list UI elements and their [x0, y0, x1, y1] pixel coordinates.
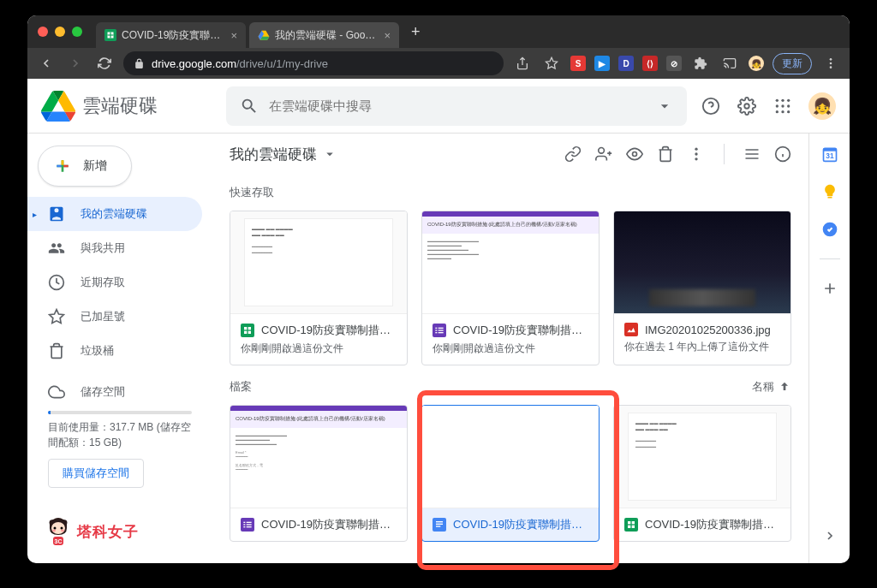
svg-rect-40 [435, 328, 437, 329]
profile-avatar[interactable]: 👧 [749, 56, 764, 71]
sidebar-item-recent[interactable]: 近期存取 [27, 265, 202, 300]
more-icon[interactable] [688, 146, 705, 163]
back-button[interactable] [36, 53, 57, 74]
new-tab-button[interactable]: + [403, 23, 429, 41]
svg-rect-38 [247, 327, 248, 334]
share-icon[interactable] [595, 146, 612, 163]
svg-marker-7 [546, 57, 557, 68]
cast-icon[interactable] [719, 53, 740, 74]
sidebar-item-storage[interactable]: 儲存空間 [48, 378, 192, 406]
forward-button[interactable] [65, 53, 86, 74]
svg-point-11 [830, 66, 832, 68]
svg-rect-53 [247, 526, 252, 527]
apps-icon[interactable] [773, 96, 793, 116]
sidebar-item-mydrive[interactable]: ▸ 我的雲端硬碟 [27, 197, 202, 231]
help-icon[interactable] [701, 96, 721, 116]
sidebar-item-shared[interactable]: 與我共用 [27, 231, 202, 265]
lock-icon [134, 58, 145, 69]
svg-point-71 [61, 530, 64, 532]
watermark: 3C 塔科女子 [45, 516, 139, 547]
svg-text:31: 31 [826, 151, 834, 160]
sidebar-item-trash[interactable]: 垃圾桶 [27, 334, 202, 368]
sheets-icon [624, 518, 638, 532]
breadcrumb[interactable]: 我的雲端硬碟 [230, 145, 337, 164]
maximize-window-button[interactable] [72, 27, 82, 37]
minimize-window-button[interactable] [55, 27, 65, 37]
settings-icon[interactable] [737, 96, 757, 116]
svg-marker-24 [50, 310, 64, 324]
file-card[interactable]: ▬▬▬ ▬▬ ▬▬▬▬▬▬ ▬▬▬ ▬▬━━━━━━━━━━━━━━━━ COV… [613, 405, 791, 542]
mydrive-icon [48, 205, 65, 223]
quick-card[interactable]: ▬▬▬ ▬▬ ▬▬▬▬▬▬ ▬▬▬ ▬▬━━━━━━━━━━━━━━━━ COV… [230, 211, 408, 365]
window-controls [38, 27, 82, 37]
files-row: COVID-19防疫實聯制措施 (此處請填上自己的機構/活動/店家名稱)▬▬▬▬… [230, 405, 791, 542]
quick-card[interactable]: COVID-19防疫實聯制措施 (此處請填上自己的機構/活動/店家名稱)▬▬▬▬… [421, 211, 600, 365]
storage-section: 儲存空間 目前使用量：317.7 MB (儲存空間配額：15 GB) 購買儲存空… [27, 368, 212, 498]
card-subtitle: 你在過去 1 年內上傳了這份文件 [624, 340, 780, 354]
info-icon[interactable] [774, 146, 791, 163]
new-button[interactable]: 新增 [38, 146, 132, 187]
main-content: 我的雲端硬碟 快速存取 [212, 134, 808, 563]
image-icon [624, 323, 638, 336]
new-button-label: 新增 [83, 158, 107, 174]
card-subtitle: 你剛剛開啟過這份文件 [241, 342, 397, 356]
drive-logo-area[interactable]: 雲端硬碟 [41, 89, 212, 123]
card-title: COVID-19防疫實聯制措施 - 副本 [261, 517, 397, 532]
nav-label: 近期存取 [81, 275, 125, 290]
extension-icon[interactable]: ⊘ [666, 56, 682, 71]
search-options-icon[interactable] [656, 98, 673, 115]
delete-icon[interactable] [657, 146, 674, 163]
svg-rect-55 [436, 521, 443, 522]
watermark-text: 塔科女子 [77, 522, 139, 542]
svg-rect-61 [630, 521, 631, 528]
calendar-icon[interactable]: 31 [821, 146, 838, 163]
reload-button[interactable] [94, 53, 115, 74]
browser-toolbar: drive.google.com/drive/u/1/my-drive S ▶ … [27, 48, 850, 79]
search-input[interactable] [269, 98, 646, 113]
sidebar-item-starred[interactable]: 已加星號 [27, 300, 202, 334]
keep-icon[interactable] [821, 183, 838, 200]
share-icon[interactable] [512, 53, 533, 74]
sort-button[interactable]: 名稱 [752, 379, 791, 395]
nav-label: 垃圾桶 [81, 343, 114, 359]
buy-storage-button[interactable]: 購買儲存空間 [48, 459, 144, 488]
svg-rect-41 [438, 328, 444, 329]
extensions-icon[interactable] [690, 53, 711, 74]
tab-title: 我的雲端硬碟 - Google 雲端硬 [275, 28, 375, 43]
svg-point-22 [787, 110, 790, 113]
browser-tab-1[interactable]: COVID-19防疫實聯制措施 (回應 × [96, 22, 246, 48]
tasks-icon[interactable] [821, 221, 838, 238]
card-title: COVID-19防疫實聯制措施 (回應... [645, 517, 780, 532]
menu-icon[interactable] [820, 53, 841, 74]
search-bar[interactable] [226, 86, 687, 126]
svg-text:3C: 3C [55, 538, 63, 544]
address-bar[interactable]: drive.google.com/drive/u/1/my-drive [123, 51, 504, 75]
star-icon[interactable] [541, 53, 562, 74]
list-view-icon[interactable] [743, 146, 761, 163]
close-tab-icon[interactable]: × [230, 29, 237, 42]
search-icon [240, 97, 259, 116]
svg-point-70 [52, 530, 56, 532]
quick-card[interactable]: IMG20201025200336.jpg 你在過去 1 年內上傳了這份文件 [613, 211, 791, 365]
close-window-button[interactable] [38, 27, 48, 37]
close-tab-icon[interactable]: × [384, 29, 391, 42]
extension-icon[interactable]: S [570, 56, 586, 71]
card-subtitle: 你剛剛開啟過這份文件 [433, 342, 588, 356]
link-icon[interactable] [564, 146, 582, 163]
chevron-down-icon [322, 146, 337, 162]
extension-icon[interactable]: D [618, 56, 634, 71]
preview-icon[interactable] [626, 146, 643, 163]
update-button[interactable]: 更新 [773, 53, 812, 74]
collapse-panel-icon[interactable] [823, 529, 837, 551]
svg-point-10 [830, 62, 832, 65]
extension-icon[interactable]: ▶ [594, 56, 610, 71]
expand-icon[interactable]: ▸ [33, 210, 37, 219]
account-avatar[interactable]: 👧 [808, 92, 836, 120]
file-card-selected[interactable]: COVID-19防疫實聯制措施 (列印... [421, 405, 600, 542]
add-icon[interactable] [821, 280, 838, 297]
extension-icon[interactable]: ⟨⟩ [642, 56, 658, 71]
browser-tab-2[interactable]: 我的雲端硬碟 - Google 雲端硬 × [249, 22, 399, 48]
storage-usage-text: 目前使用量：317.7 MB (儲存空間配額：15 GB) [48, 419, 192, 450]
file-card[interactable]: COVID-19防疫實聯制措施 (此處請填上自己的機構/活動/店家名稱)▬▬▬▬… [230, 405, 408, 542]
svg-rect-44 [435, 332, 437, 333]
